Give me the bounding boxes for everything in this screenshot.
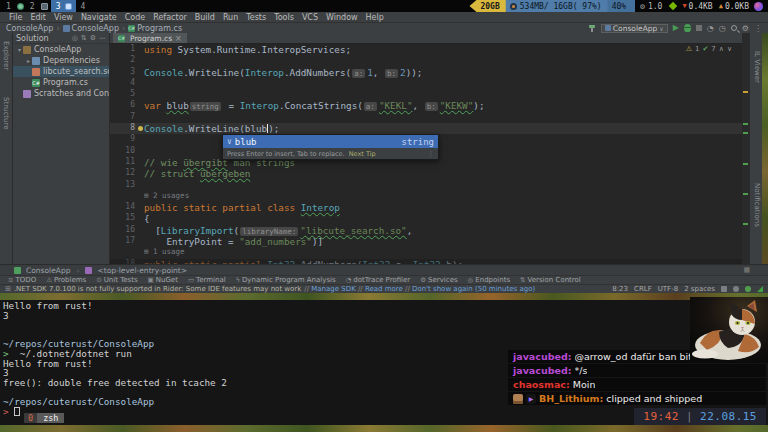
debug-button[interactable]: [684, 24, 691, 32]
panel-settings-icon[interactable]: ⚙: [90, 34, 96, 42]
toolwindow-todo[interactable]: ≡TODO: [3, 276, 41, 284]
workspace-1[interactable]: 1: [3, 2, 14, 11]
code-line-2[interactable]: 2: [110, 55, 742, 66]
more-options-icon[interactable]: ⋮: [428, 150, 435, 158]
code-editor[interactable]: 1using System.Runtime.InteropServices;23…: [110, 44, 742, 264]
tree-item-dependencies[interactable]: ▸Dependencies: [13, 55, 109, 66]
status-link-read-more[interactable]: Read more: [365, 285, 403, 293]
workspace-3-active[interactable]: 3: [51, 0, 77, 12]
chat-username[interactable]: BH_Lithium:: [539, 393, 603, 404]
code-line-5[interactable]: 5: [110, 89, 742, 100]
menu-edit[interactable]: Edit: [26, 13, 50, 22]
status-link-don-t-show-again-50-minutes-ago[interactable]: Don't show again (50 minutes ago): [412, 285, 535, 293]
toolwindow-terminal[interactable]: ▭Terminal: [183, 276, 231, 284]
autocomplete-item-blub[interactable]: ∨ blub string: [223, 135, 438, 148]
code-line-1[interactable]: 1using System.Runtime.InteropServices;: [110, 44, 742, 55]
usages-annotation[interactable]: ⊞ 2 usages: [110, 191, 742, 202]
menu-refactor[interactable]: Refactor: [149, 13, 191, 22]
menu-vcs[interactable]: VCS: [298, 13, 322, 22]
chevron-icon[interactable]: ▾: [16, 46, 23, 53]
breadcrumb-entry-point[interactable]: <top-level-entry-point>: [97, 266, 187, 275]
menu-build[interactable]: Build: [191, 13, 219, 22]
tool-stripe-structure[interactable]: Structure: [2, 97, 10, 130]
toolwindow-problems[interactable]: ⚠Problems: [41, 276, 91, 284]
menu-tests[interactable]: Tests: [242, 13, 270, 22]
build-icon[interactable]: [588, 24, 596, 32]
sort-icon[interactable]: ⇅: [81, 34, 87, 42]
code-line-14[interactable]: 14public static partial class Interop: [110, 202, 742, 213]
toolwindow-nuget[interactable]: ▣NuGet: [143, 276, 183, 284]
toolwindow-unit-tests[interactable]: ⊙Unit Tests: [91, 276, 142, 284]
menu-file[interactable]: File: [5, 13, 26, 22]
code-line-17[interactable]: 17 EntryPoint = "add_numbers")]: [110, 236, 742, 247]
run-button[interactable]: ▶: [673, 24, 679, 32]
tree-item-program-cs[interactable]: C#Program.cs: [13, 77, 109, 88]
locate-icon[interactable]: ◎: [72, 34, 78, 42]
notifications-icon[interactable]: [733, 286, 739, 292]
indent-setting[interactable]: 2 spaces: [684, 285, 715, 293]
menu-run[interactable]: Run: [219, 13, 242, 22]
window-icon[interactable]: ⊞: [5, 285, 11, 293]
breadcrumb-solution[interactable]: ConsoleApp: [6, 24, 53, 33]
close-icon[interactable]: ×: [175, 34, 182, 43]
tmux-window-index[interactable]: 0: [24, 413, 37, 423]
menu-navigate[interactable]: Navigate: [77, 13, 121, 22]
toolwindow-version-control[interactable]: ⇅Version Control: [515, 276, 586, 284]
prev-issue-icon[interactable]: ∧: [719, 45, 724, 53]
code-line-16[interactable]: 16 [LibraryImport(libraryName:"libcute_s…: [110, 225, 742, 236]
lightbulb-icon[interactable]: [138, 126, 143, 131]
chat-username[interactable]: chaosmac:: [513, 379, 570, 390]
editor-scrollbar[interactable]: [742, 33, 749, 264]
menu-window[interactable]: Window: [322, 13, 362, 22]
tool-stripe-explorer[interactable]: Explorer: [2, 41, 10, 70]
breadcrumb-project[interactable]: ConsoleApp: [26, 266, 70, 275]
menu-help[interactable]: Help: [362, 13, 388, 22]
next-tip-link[interactable]: Next Tip: [349, 150, 376, 158]
code-line-13[interactable]: 13: [110, 180, 742, 191]
lock-icon[interactable]: [721, 286, 727, 292]
code-line-4[interactable]: 4: [110, 78, 742, 89]
hide-panel-icon[interactable]: —: [99, 34, 106, 42]
stop-button[interactable]: [696, 25, 702, 31]
code-line-3[interactable]: 3Console.WriteLine(Interop.AddNumbers(a:…: [110, 67, 742, 78]
tray-avatar-icon[interactable]: [754, 2, 763, 11]
search-icon[interactable]: [731, 25, 737, 31]
line-separator[interactable]: CRLF: [634, 285, 652, 293]
chevron-icon[interactable]: ▸: [25, 57, 32, 64]
toolwindow-endpoints[interactable]: ◎Endpoints: [463, 276, 515, 284]
workspace-2[interactable]: 2: [27, 2, 38, 11]
tool-stripe-notifications[interactable]: Notifications: [753, 183, 761, 227]
settings-gear-icon[interactable]: ⚙: [742, 24, 749, 33]
tree-item-scratches-and-consoles[interactable]: Scratches and Consoles: [13, 88, 109, 99]
workspace-4[interactable]: 4: [77, 2, 88, 11]
menu-tools[interactable]: Tools: [270, 13, 298, 22]
tool-stripe-il-viewer[interactable]: IL Viewer: [753, 51, 761, 83]
code-line-15[interactable]: 15{: [110, 213, 742, 224]
run-configuration-select[interactable]: ConsoleApp ∨: [601, 24, 668, 33]
more-options-icon[interactable]: ⋮: [754, 24, 762, 33]
grid-icon[interactable]: ▦: [743, 266, 750, 274]
next-issue-icon[interactable]: ∨: [727, 45, 732, 53]
code-line-8[interactable]: 8Console.WriteLine(blub);: [110, 123, 742, 134]
solution-panel-title[interactable]: Solution: [16, 34, 49, 43]
menu-code[interactable]: Code: [121, 13, 149, 22]
code-line-7[interactable]: 7: [110, 112, 742, 123]
status-link-manage-sdk[interactable]: Manage SDK: [311, 285, 355, 293]
caret-position[interactable]: 8:23: [612, 285, 628, 293]
tree-item-libcute-search-so[interactable]: libcute_search.so: [13, 66, 109, 77]
code-line-6[interactable]: 6var blubstring = Interop.ConcatStrings(…: [110, 100, 742, 111]
tree-item-consoleapp[interactable]: ▾ConsoleApp: [13, 44, 109, 55]
breadcrumb-project[interactable]: ConsoleApp: [72, 24, 119, 33]
toolwindow-dottrace-profiler[interactable]: ◔dotTrace Profiler: [341, 276, 416, 284]
file-encoding[interactable]: UTF-8: [658, 285, 678, 293]
code-line-12[interactable]: 12// struct übergeben: [110, 168, 742, 179]
profiler-icon[interactable]: ◔: [707, 24, 714, 33]
history-icon[interactable]: ◷: [719, 24, 726, 33]
toolwindow-dynamic-program-analysis[interactable]: ϟDynamic Program Analysis: [231, 276, 341, 284]
inspections-widget[interactable]: ⚠1 ✔7 ∧ ∨: [686, 45, 732, 53]
breadcrumb-file[interactable]: Program.cs: [137, 24, 182, 33]
tab-program-cs[interactable]: C# Program.cs ×: [113, 33, 187, 43]
menu-view[interactable]: View: [50, 13, 77, 22]
tmux-window-name[interactable]: zsh: [37, 413, 64, 423]
usages-annotation[interactable]: ⊞ 1 usage: [110, 247, 742, 258]
